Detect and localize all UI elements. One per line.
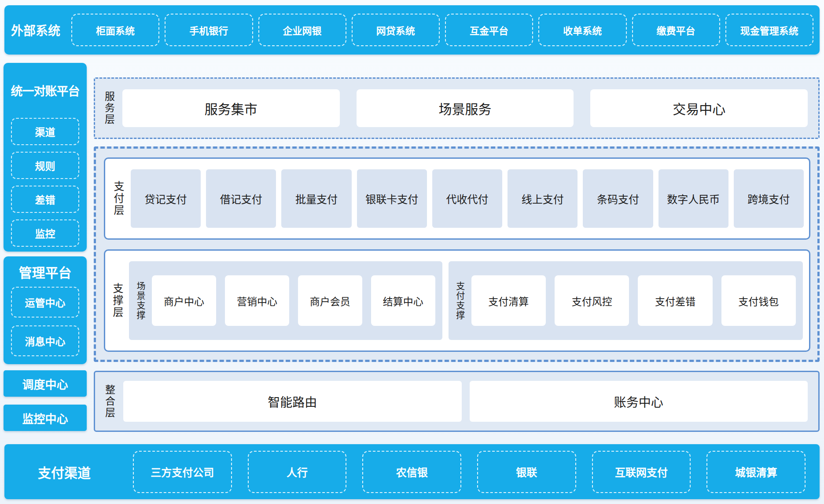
reconciliation-item: 渠道 [11,118,79,145]
payment-channels-title: 支付渠道 [4,462,124,482]
integration-layer-panel: 整合层 智能路由 账务中心 [94,371,820,432]
scene-support-label: 场景支撑 [129,261,152,340]
management-platform-panel: 管理平台 运管中心 消息中心 [4,256,87,364]
scene-support-group: 场景支撑 商户中心 营销中心 商户会员 结算中心 [129,261,442,340]
dispatch-center-box: 调度中心 [4,370,87,397]
service-item: 场景服务 [357,89,574,127]
payment-channel-item: 三方支付公司 [133,451,232,493]
payment-item: 数字人民币 [658,169,728,228]
external-systems-title: 外部系统 [4,21,67,39]
payment-item: 条码支付 [583,169,653,228]
payment-item: 银联卡支付 [357,169,427,228]
reconciliation-platform-title: 统一对账平台 [4,63,87,118]
payment-item: 代收代付 [432,169,502,228]
service-layer-panel: 服务层 服务集市 场景服务 交易中心 [94,77,820,139]
external-system-item: 手机银行 [165,14,253,46]
management-item: 消息中心 [11,325,79,356]
external-system-item: 企业网银 [258,14,346,46]
external-system-item: 互金平台 [445,14,533,46]
external-system-item: 网贷系统 [352,14,440,46]
payment-support-item: 支付钱包 [721,275,796,326]
payment-item: 批量支付 [281,169,351,228]
payment-item: 借记支付 [206,169,276,228]
core-layers-container: 支付层 贷记支付 借记支付 批量支付 银联卡支付 代收代付 线上支付 条码支付 … [94,146,820,362]
payment-channel-item: 银联 [477,451,576,493]
support-layer-panel: 支撑层 场景支撑 商户中心 营销中心 商户会员 结算中心 支付支撑 支付清算 支… [104,249,810,352]
external-system-item: 缴费平台 [632,14,720,46]
payment-channels-bar: 支付渠道 三方支付公司 人行 农信银 银联 互联网支付 城银清算 [4,444,820,499]
scene-support-item: 营销中心 [225,275,289,326]
scene-support-item: 结算中心 [371,275,435,326]
management-platform-title: 管理平台 [4,256,87,287]
payment-architecture-diagram: { "colors": { "bright_blue": "#17ACE9", … [0,0,824,504]
payment-item: 贷记支付 [131,169,201,228]
service-item: 服务集市 [122,89,340,127]
monitoring-center-box: 监控中心 [4,405,87,431]
external-system-item: 收单系统 [538,14,626,46]
reconciliation-item: 规则 [11,152,79,179]
external-system-item: 现金管理系统 [725,14,813,46]
external-systems-items: 柜面系统 手机银行 企业网银 网贷系统 互金平台 收单系统 缴费平台 现金管理系… [67,14,820,46]
reconciliation-item: 差错 [11,186,79,213]
payment-support-item: 支付差错 [638,275,712,326]
payment-layer-label: 支付层 [105,159,131,238]
external-systems-bar: 外部系统 柜面系统 手机银行 企业网银 网贷系统 互金平台 收单系统 缴费平台 … [4,5,820,55]
payment-channel-item: 城银清算 [706,451,806,493]
external-system-item: 柜面系统 [71,14,159,46]
payment-layer-panel: 支付层 贷记支付 借记支付 批量支付 银联卡支付 代收代付 线上支付 条码支付 … [104,157,810,240]
payment-support-group: 支付支撑 支付清算 支付风控 支付差错 支付钱包 [449,261,803,340]
integration-item: 智能路由 [123,381,462,422]
payment-item: 跨境支付 [734,169,804,228]
payment-channel-item: 互联网支付 [592,451,691,493]
integration-item: 账务中心 [470,381,808,422]
service-layer-label: 服务层 [95,79,122,138]
payment-item: 线上支付 [508,169,578,228]
scene-support-item: 商户会员 [298,275,362,326]
management-item: 运管中心 [11,287,79,318]
scene-support-item: 商户中心 [152,275,216,326]
reconciliation-platform-panel: 统一对账平台 渠道 规则 差错 监控 [4,63,87,252]
payment-support-item: 支付风控 [555,275,629,326]
payment-support-item: 支付清算 [471,275,546,326]
payment-channel-item: 人行 [248,451,347,493]
integration-layer-label: 整合层 [95,372,123,431]
service-item: 交易中心 [590,89,808,127]
payment-channel-item: 农信银 [362,451,461,493]
support-layer-label: 支撑层 [105,251,129,351]
payment-channels-items: 三方支付公司 人行 农信银 银联 互联网支付 城银清算 [124,451,820,493]
payment-support-label: 支付支撑 [449,261,471,340]
reconciliation-item: 监控 [11,219,79,247]
